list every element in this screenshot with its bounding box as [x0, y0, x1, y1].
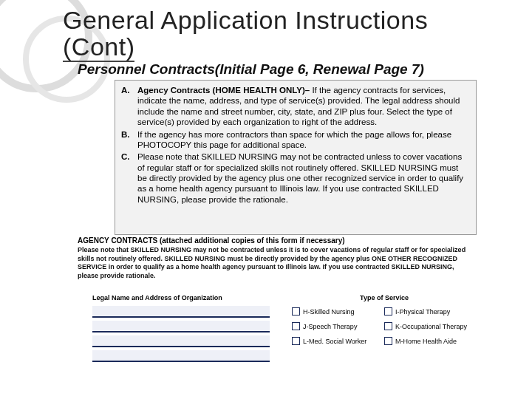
- page-title: General Application Instructions (Cont): [63, 7, 428, 62]
- instruction-item: A. Agency Contracts (HOME HEALTH ONLY)– …: [121, 85, 470, 128]
- section-subtitle: Personnel Contracts(Initial Page 6, Rene…: [78, 61, 424, 78]
- service-label: H-Skilled Nursing: [303, 308, 384, 316]
- label-type-of-service: Type of Service: [292, 294, 477, 301]
- service-row: J-Speech Therapy K-Occupational Therapy: [292, 321, 477, 332]
- title-line1: General Application Instructions: [63, 6, 428, 34]
- checkbox-icon: [292, 337, 300, 345]
- address-line: [92, 335, 270, 347]
- item-marker: B.: [121, 129, 137, 151]
- slide: General Application Instructions (Cont) …: [0, 0, 532, 399]
- form-header: AGENCY CONTRACTS (attached additional co…: [78, 236, 477, 245]
- checkbox-icon: [384, 322, 392, 330]
- item-marker: A.: [121, 85, 137, 128]
- service-label: M-Home Health Aide: [395, 338, 477, 345]
- service-label: J-Speech Therapy: [303, 323, 384, 330]
- item-text: If the agency has more contractors than …: [137, 130, 451, 149]
- item-body: If the agency has more contractors than …: [137, 129, 470, 151]
- form-note: Please note that SKILLED NURSING may not…: [78, 246, 477, 281]
- service-checkboxes: H-Skilled Nursing I-Physical Therapy J-S…: [270, 306, 477, 365]
- address-lines: [78, 306, 270, 365]
- item-lead: Agency Contracts (HOME HEALTH ONLY)–: [137, 86, 310, 95]
- item-body: Agency Contracts (HOME HEALTH ONLY)– If …: [137, 85, 470, 128]
- checkbox-icon: [292, 307, 300, 316]
- service-label: L-Med. Social Worker: [303, 338, 384, 345]
- form-grid: H-Skilled Nursing I-Physical Therapy J-S…: [78, 306, 477, 365]
- fade-overlay: [115, 215, 476, 234]
- address-line: [92, 321, 270, 332]
- service-row: H-Skilled Nursing I-Physical Therapy: [292, 306, 477, 318]
- instruction-list: A. Agency Contracts (HOME HEALTH ONLY)– …: [121, 85, 470, 205]
- title-line2: (Cont): [63, 34, 134, 63]
- service-row: L-Med. Social Worker M-Home Health Aide: [292, 335, 477, 347]
- instruction-item: B. If the agency has more contractors th…: [121, 129, 470, 151]
- item-marker: C.: [121, 151, 137, 205]
- checkbox-icon: [384, 307, 392, 316]
- instruction-item: C. Please note that SKILLED NURSING may …: [121, 151, 470, 205]
- service-label: K-Occupational Therapy: [395, 323, 477, 330]
- form-column-labels: Legal Name and Address of Organization T…: [78, 294, 477, 301]
- form-preview: AGENCY CONTRACTS (attached additional co…: [78, 236, 477, 365]
- address-line: [92, 306, 270, 318]
- instruction-box: A. Agency Contracts (HOME HEALTH ONLY)– …: [115, 80, 477, 235]
- address-line: [92, 350, 270, 362]
- service-label: I-Physical Therapy: [395, 308, 477, 316]
- checkbox-icon: [292, 322, 300, 330]
- label-legal-name: Legal Name and Address of Organization: [78, 294, 292, 301]
- checkbox-icon: [384, 337, 392, 345]
- item-text: Please note that SKILLED NURSING may not…: [137, 152, 463, 204]
- item-body: Please note that SKILLED NURSING may not…: [137, 151, 470, 205]
